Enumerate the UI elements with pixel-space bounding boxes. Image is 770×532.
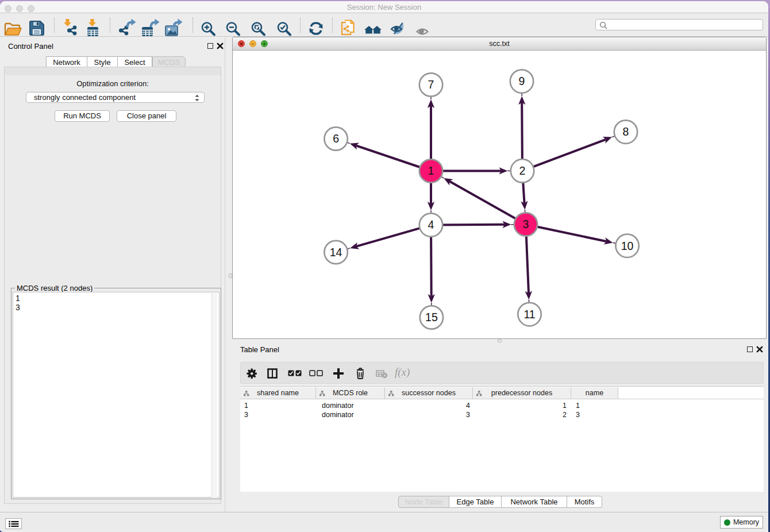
svg-text:14: 14 xyxy=(330,246,342,259)
svg-text:9: 9 xyxy=(519,75,525,87)
svg-text:3: 3 xyxy=(523,218,529,230)
svg-text:7: 7 xyxy=(428,78,434,91)
svg-text:15: 15 xyxy=(425,311,438,323)
svg-text:11: 11 xyxy=(523,308,535,321)
svg-text:4: 4 xyxy=(428,218,434,231)
svg-text:1: 1 xyxy=(428,164,434,177)
svg-text:10: 10 xyxy=(621,240,634,252)
svg-text:8: 8 xyxy=(623,125,629,138)
svg-text:2: 2 xyxy=(519,164,526,177)
svg-text:6: 6 xyxy=(333,132,339,145)
